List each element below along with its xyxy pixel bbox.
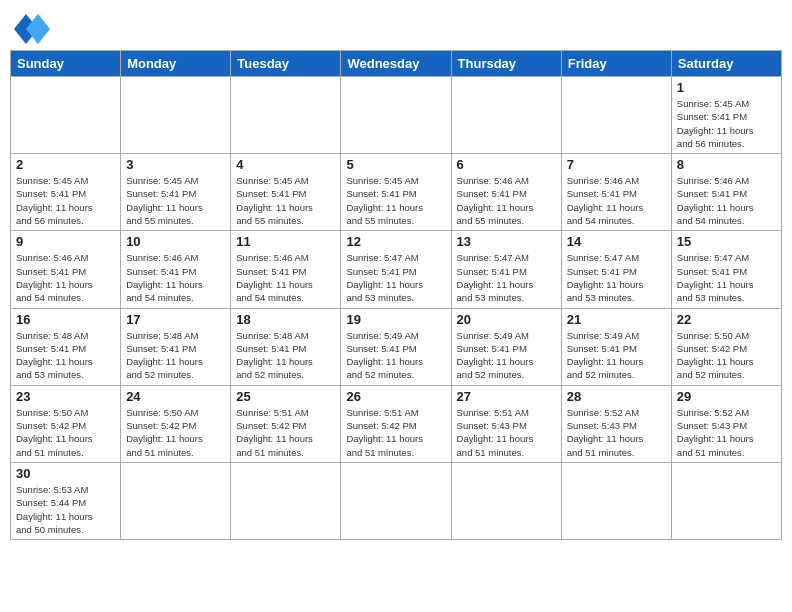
day-info: Sunrise: 5:49 AMSunset: 5:41 PMDaylight:… xyxy=(346,329,445,382)
calendar-cell: 21Sunrise: 5:49 AMSunset: 5:41 PMDayligh… xyxy=(561,308,671,385)
calendar-cell: 8Sunrise: 5:46 AMSunset: 5:41 PMDaylight… xyxy=(671,154,781,231)
calendar-cell: 18Sunrise: 5:48 AMSunset: 5:41 PMDayligh… xyxy=(231,308,341,385)
day-info: Sunrise: 5:50 AMSunset: 5:42 PMDaylight:… xyxy=(16,406,115,459)
weekday-header: Tuesday xyxy=(231,51,341,77)
day-number: 14 xyxy=(567,234,666,249)
day-number: 21 xyxy=(567,312,666,327)
day-number: 12 xyxy=(346,234,445,249)
calendar-cell xyxy=(231,77,341,154)
calendar-cell xyxy=(341,77,451,154)
day-info: Sunrise: 5:45 AMSunset: 5:41 PMDaylight:… xyxy=(236,174,335,227)
day-info: Sunrise: 5:52 AMSunset: 5:43 PMDaylight:… xyxy=(567,406,666,459)
calendar-cell xyxy=(121,462,231,539)
calendar: SundayMondayTuesdayWednesdayThursdayFrid… xyxy=(10,50,782,540)
calendar-cell: 28Sunrise: 5:52 AMSunset: 5:43 PMDayligh… xyxy=(561,385,671,462)
day-number: 8 xyxy=(677,157,776,172)
day-number: 19 xyxy=(346,312,445,327)
day-number: 28 xyxy=(567,389,666,404)
calendar-cell: 9Sunrise: 5:46 AMSunset: 5:41 PMDaylight… xyxy=(11,231,121,308)
day-number: 26 xyxy=(346,389,445,404)
day-info: Sunrise: 5:47 AMSunset: 5:41 PMDaylight:… xyxy=(567,251,666,304)
header xyxy=(10,10,782,44)
calendar-cell: 15Sunrise: 5:47 AMSunset: 5:41 PMDayligh… xyxy=(671,231,781,308)
calendar-cell xyxy=(341,462,451,539)
weekday-header: Sunday xyxy=(11,51,121,77)
day-info: Sunrise: 5:45 AMSunset: 5:41 PMDaylight:… xyxy=(346,174,445,227)
day-info: Sunrise: 5:48 AMSunset: 5:41 PMDaylight:… xyxy=(236,329,335,382)
day-number: 6 xyxy=(457,157,556,172)
day-number: 7 xyxy=(567,157,666,172)
day-info: Sunrise: 5:51 AMSunset: 5:42 PMDaylight:… xyxy=(236,406,335,459)
day-info: Sunrise: 5:47 AMSunset: 5:41 PMDaylight:… xyxy=(346,251,445,304)
day-number: 22 xyxy=(677,312,776,327)
calendar-cell: 6Sunrise: 5:46 AMSunset: 5:41 PMDaylight… xyxy=(451,154,561,231)
day-number: 20 xyxy=(457,312,556,327)
calendar-cell xyxy=(561,77,671,154)
day-info: Sunrise: 5:46 AMSunset: 5:41 PMDaylight:… xyxy=(16,251,115,304)
day-info: Sunrise: 5:49 AMSunset: 5:41 PMDaylight:… xyxy=(457,329,556,382)
day-number: 13 xyxy=(457,234,556,249)
day-number: 11 xyxy=(236,234,335,249)
calendar-cell: 26Sunrise: 5:51 AMSunset: 5:42 PMDayligh… xyxy=(341,385,451,462)
day-number: 18 xyxy=(236,312,335,327)
day-info: Sunrise: 5:51 AMSunset: 5:43 PMDaylight:… xyxy=(457,406,556,459)
day-info: Sunrise: 5:49 AMSunset: 5:41 PMDaylight:… xyxy=(567,329,666,382)
calendar-cell: 20Sunrise: 5:49 AMSunset: 5:41 PMDayligh… xyxy=(451,308,561,385)
calendar-cell: 3Sunrise: 5:45 AMSunset: 5:41 PMDaylight… xyxy=(121,154,231,231)
weekday-header: Friday xyxy=(561,51,671,77)
day-info: Sunrise: 5:47 AMSunset: 5:41 PMDaylight:… xyxy=(677,251,776,304)
day-number: 9 xyxy=(16,234,115,249)
day-number: 23 xyxy=(16,389,115,404)
day-number: 2 xyxy=(16,157,115,172)
calendar-cell: 17Sunrise: 5:48 AMSunset: 5:41 PMDayligh… xyxy=(121,308,231,385)
logo-icon xyxy=(14,14,50,44)
day-number: 4 xyxy=(236,157,335,172)
weekday-header: Monday xyxy=(121,51,231,77)
calendar-cell xyxy=(451,77,561,154)
day-info: Sunrise: 5:50 AMSunset: 5:42 PMDaylight:… xyxy=(126,406,225,459)
day-number: 16 xyxy=(16,312,115,327)
day-info: Sunrise: 5:45 AMSunset: 5:41 PMDaylight:… xyxy=(677,97,776,150)
day-info: Sunrise: 5:47 AMSunset: 5:41 PMDaylight:… xyxy=(457,251,556,304)
day-info: Sunrise: 5:51 AMSunset: 5:42 PMDaylight:… xyxy=(346,406,445,459)
day-number: 15 xyxy=(677,234,776,249)
calendar-cell: 10Sunrise: 5:46 AMSunset: 5:41 PMDayligh… xyxy=(121,231,231,308)
calendar-cell xyxy=(671,462,781,539)
day-number: 17 xyxy=(126,312,225,327)
day-number: 3 xyxy=(126,157,225,172)
weekday-header: Saturday xyxy=(671,51,781,77)
page: SundayMondayTuesdayWednesdayThursdayFrid… xyxy=(0,0,792,545)
calendar-cell: 7Sunrise: 5:46 AMSunset: 5:41 PMDaylight… xyxy=(561,154,671,231)
day-info: Sunrise: 5:48 AMSunset: 5:41 PMDaylight:… xyxy=(126,329,225,382)
day-number: 1 xyxy=(677,80,776,95)
day-number: 24 xyxy=(126,389,225,404)
day-number: 30 xyxy=(16,466,115,481)
calendar-cell: 1Sunrise: 5:45 AMSunset: 5:41 PMDaylight… xyxy=(671,77,781,154)
svg-marker-1 xyxy=(26,14,50,44)
day-info: Sunrise: 5:46 AMSunset: 5:41 PMDaylight:… xyxy=(457,174,556,227)
calendar-cell: 23Sunrise: 5:50 AMSunset: 5:42 PMDayligh… xyxy=(11,385,121,462)
calendar-cell xyxy=(561,462,671,539)
calendar-cell xyxy=(11,77,121,154)
day-info: Sunrise: 5:48 AMSunset: 5:41 PMDaylight:… xyxy=(16,329,115,382)
calendar-cell: 27Sunrise: 5:51 AMSunset: 5:43 PMDayligh… xyxy=(451,385,561,462)
calendar-cell: 16Sunrise: 5:48 AMSunset: 5:41 PMDayligh… xyxy=(11,308,121,385)
day-info: Sunrise: 5:53 AMSunset: 5:44 PMDaylight:… xyxy=(16,483,115,536)
day-info: Sunrise: 5:45 AMSunset: 5:41 PMDaylight:… xyxy=(16,174,115,227)
day-info: Sunrise: 5:45 AMSunset: 5:41 PMDaylight:… xyxy=(126,174,225,227)
day-info: Sunrise: 5:46 AMSunset: 5:41 PMDaylight:… xyxy=(126,251,225,304)
calendar-cell: 4Sunrise: 5:45 AMSunset: 5:41 PMDaylight… xyxy=(231,154,341,231)
weekday-header: Thursday xyxy=(451,51,561,77)
day-info: Sunrise: 5:46 AMSunset: 5:41 PMDaylight:… xyxy=(677,174,776,227)
day-info: Sunrise: 5:52 AMSunset: 5:43 PMDaylight:… xyxy=(677,406,776,459)
weekday-header: Wednesday xyxy=(341,51,451,77)
calendar-cell: 12Sunrise: 5:47 AMSunset: 5:41 PMDayligh… xyxy=(341,231,451,308)
calendar-cell: 19Sunrise: 5:49 AMSunset: 5:41 PMDayligh… xyxy=(341,308,451,385)
logo-area xyxy=(10,10,50,44)
day-number: 5 xyxy=(346,157,445,172)
day-number: 10 xyxy=(126,234,225,249)
calendar-cell: 5Sunrise: 5:45 AMSunset: 5:41 PMDaylight… xyxy=(341,154,451,231)
day-number: 27 xyxy=(457,389,556,404)
calendar-cell: 13Sunrise: 5:47 AMSunset: 5:41 PMDayligh… xyxy=(451,231,561,308)
calendar-cell: 25Sunrise: 5:51 AMSunset: 5:42 PMDayligh… xyxy=(231,385,341,462)
